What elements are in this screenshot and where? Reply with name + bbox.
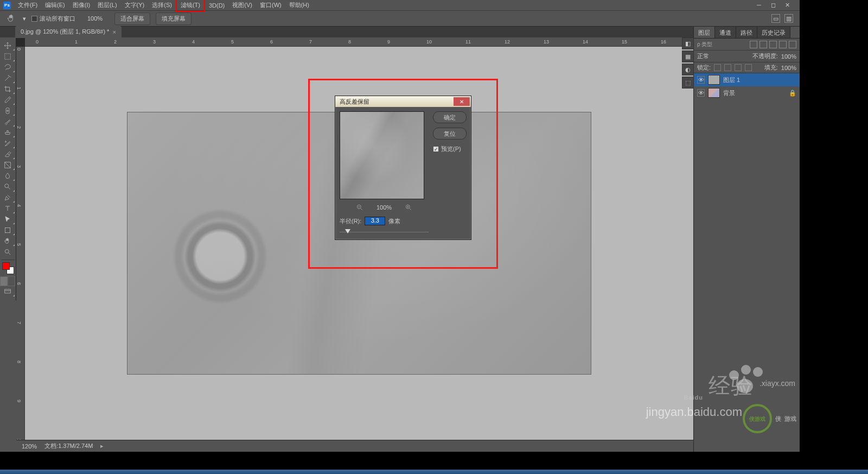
os-taskbar[interactable] [0, 470, 868, 474]
high-pass-dialog: 高反差保留 ✕ 100% 半径(R): 3.3 像素 [335, 96, 471, 240]
gradient-tool[interactable] [0, 160, 15, 170]
magic-wand-tool[interactable] [0, 73, 15, 84]
dodge-tool[interactable] [0, 181, 15, 192]
filter-preview[interactable] [340, 111, 424, 199]
radius-slider[interactable] [340, 229, 429, 235]
filter-adjust-icon[interactable] [760, 41, 767, 48]
menu-view[interactable]: 视图(V) [228, 0, 256, 11]
rectangle-tool[interactable] [0, 225, 15, 236]
menu-help[interactable]: 帮助(H) [285, 0, 313, 11]
layer-thumbnail[interactable] [708, 88, 720, 98]
pen-tool[interactable] [0, 192, 15, 203]
preview-checkbox[interactable]: ✓ 预览(P) [433, 145, 467, 153]
filter-type-icon[interactable] [769, 41, 777, 48]
zoom-100-button[interactable]: 100% [81, 14, 109, 23]
filter-smart-icon[interactable] [789, 41, 796, 48]
brush-tool[interactable] [0, 116, 15, 127]
vertical-ruler: 012345678910 [16, 47, 25, 440]
filter-pixel-icon[interactable] [750, 41, 757, 48]
eyedropper-tool[interactable] [0, 94, 15, 105]
layer-name[interactable]: 背景 [723, 89, 735, 97]
lock-transparent-icon[interactable] [714, 64, 721, 71]
color-panel-icon[interactable]: ◧ [682, 37, 694, 49]
menu-file[interactable]: 文件(F) [14, 0, 41, 11]
lock-all-icon[interactable] [745, 64, 752, 71]
fit-screen-button[interactable]: 适合屏幕 [114, 12, 150, 25]
status-doc-size[interactable]: 文档:1.37M/2.74M [44, 442, 93, 450]
layer-thumbnail[interactable] [708, 75, 720, 85]
eraser-tool[interactable] [0, 149, 15, 160]
checkbox-checked-icon: ✓ [433, 146, 439, 152]
menu-layer[interactable]: 图层(L) [94, 0, 120, 11]
clone-stamp-tool[interactable] [0, 127, 15, 138]
menu-filter[interactable]: 滤镜(T) [176, 0, 205, 12]
status-menu-icon[interactable]: ▸ [100, 443, 104, 450]
color-swatches[interactable] [2, 262, 14, 274]
status-zoom[interactable]: 120% [22, 443, 37, 450]
menu-3d[interactable]: 3D(D) [205, 1, 228, 10]
slider-thumb-icon[interactable] [345, 229, 350, 233]
menu-window[interactable]: 窗口(W) [256, 0, 285, 11]
healing-brush-tool[interactable] [0, 105, 15, 116]
close-tab-icon[interactable]: × [112, 29, 116, 35]
screen-mode-toggle[interactable] [0, 286, 15, 297]
marquee-tool[interactable] [0, 51, 15, 62]
menu-edit[interactable]: 编辑(E) [41, 0, 69, 11]
menu-type[interactable]: 文字(Y) [121, 0, 149, 11]
minimize-icon[interactable]: ─ [755, 2, 763, 9]
close-icon[interactable]: ✕ [783, 2, 791, 9]
ok-button[interactable]: 确定 [433, 111, 467, 123]
swatches-panel-icon[interactable]: ▦ [682, 50, 694, 62]
workspace-switch-icon[interactable]: ▭ [771, 14, 780, 23]
watermark-baidu: Baidu经验 [684, 371, 753, 401]
menu-select[interactable]: 选择(S) [148, 0, 176, 11]
dialog-titlebar[interactable]: 高反差保留 ✕ [335, 96, 471, 107]
visibility-toggle-icon[interactable]: 👁 [697, 89, 705, 97]
blend-mode-dropdown[interactable]: 正常 [697, 52, 749, 60]
filter-shape-icon[interactable] [779, 41, 787, 48]
radius-input[interactable]: 3.3 [365, 217, 385, 225]
reset-button[interactable]: 复位 [433, 128, 467, 140]
crop-tool[interactable] [0, 84, 15, 94]
document-tab-strip: 0.jpg @ 120% (图层 1, RGB/8#) * × [0, 27, 800, 37]
lock-position-icon[interactable] [735, 64, 742, 71]
document-tab[interactable]: 0.jpg @ 120% (图层 1, RGB/8#) * × [15, 26, 122, 37]
zoom-tool[interactable] [0, 247, 15, 257]
layer-name[interactable]: 图层 1 [723, 76, 740, 84]
path-selection-tool[interactable] [0, 214, 15, 225]
visibility-toggle-icon[interactable]: 👁 [697, 76, 705, 84]
chevron-down-icon[interactable]: ▾ [23, 15, 26, 22]
quick-mask-toggle[interactable] [0, 276, 15, 286]
type-tool[interactable] [0, 203, 15, 214]
workspace-menu-icon[interactable]: ▥ [784, 14, 793, 23]
move-tool[interactable] [0, 40, 15, 51]
menu-image[interactable]: 图像(I) [69, 0, 94, 11]
zoom-out-icon[interactable] [356, 204, 363, 211]
zoom-in-icon[interactable] [405, 204, 412, 211]
history-brush-tool[interactable] [0, 138, 15, 149]
tab-paths[interactable]: 路径 [736, 27, 757, 38]
lasso-tool[interactable] [0, 62, 15, 73]
adjustments-panel-icon[interactable]: ◐ [682, 64, 694, 75]
tab-history[interactable]: 历史记录 [757, 27, 790, 38]
blur-tool[interactable] [0, 170, 15, 181]
lock-pixels-icon[interactable] [724, 64, 731, 71]
layer-row[interactable]: 👁 背景 🔒 [694, 86, 800, 99]
fill-screen-button[interactable]: 填充屏幕 [156, 12, 192, 25]
maximize-icon[interactable]: ◻ [769, 2, 777, 9]
tab-layers[interactable]: 图层 [694, 27, 715, 38]
tab-channels[interactable]: 通道 [715, 27, 736, 38]
preview-checkbox-label: 预览(P) [441, 145, 461, 153]
layers-list: 👁 图层 1 👁 背景 🔒 [694, 73, 800, 99]
styles-panel-icon[interactable]: ⬚ [682, 77, 694, 89]
layer-row[interactable]: 👁 图层 1 [694, 73, 800, 86]
horizontal-ruler: 01234567891011121314151617 [25, 38, 693, 47]
opacity-value[interactable]: 100% [781, 53, 796, 60]
foreground-color-swatch[interactable] [2, 262, 10, 270]
hand-tool[interactable] [0, 236, 15, 247]
panel-tabs: 图层 通道 路径 历史记录 [694, 27, 800, 39]
scroll-all-windows-checkbox[interactable]: 滚动所有窗口 [31, 15, 75, 23]
filter-kind-dropdown[interactable]: ρ 类型 [697, 41, 748, 48]
fill-value[interactable]: 100% [781, 65, 796, 71]
dialog-close-button[interactable]: ✕ [454, 97, 470, 106]
